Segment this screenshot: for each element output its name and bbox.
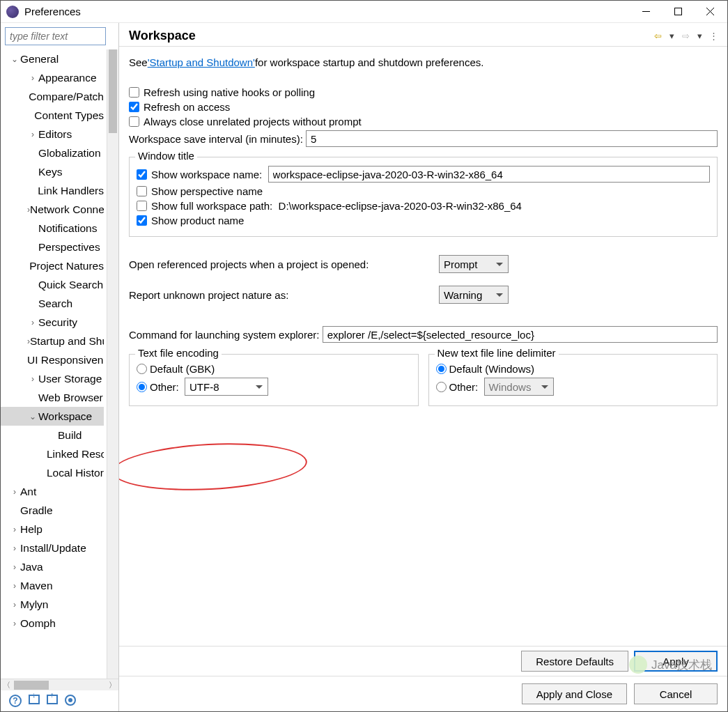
open-referenced-dropdown[interactable]: Prompt (439, 255, 509, 273)
show-full-path-checkbox[interactable] (137, 201, 147, 211)
show-perspective-checkbox[interactable] (137, 186, 147, 196)
oomph-icon[interactable] (65, 695, 76, 706)
refresh-access-label: Refresh on access (144, 101, 230, 113)
always-close-label: Always close unrelated projects without … (144, 116, 362, 127)
tree-item-label: Compare/Patch (29, 91, 104, 103)
ws-name-input[interactable] (268, 166, 710, 183)
filter-input[interactable] (5, 27, 106, 45)
tree-item[interactable]: ›Appearance (1, 68, 104, 87)
apply-close-button[interactable]: Apply and Close (522, 683, 627, 704)
tree-item[interactable]: ›Editors (1, 125, 104, 144)
tree-item[interactable]: Notifications (1, 219, 104, 238)
report-nature-dropdown[interactable]: Warning (439, 286, 509, 304)
expand-icon[interactable]: › (9, 487, 20, 497)
back-icon[interactable]: ⇦ (652, 31, 663, 42)
import-icon[interactable] (29, 695, 40, 704)
expand-icon[interactable]: › (27, 130, 38, 139)
expand-icon[interactable]: › (27, 374, 38, 384)
refresh-native-label: Refresh using native hooks or polling (144, 86, 315, 98)
tree-item[interactable]: ›User Storage (1, 369, 104, 388)
startup-shutdown-link[interactable]: 'Startup and Shutdown' (148, 56, 255, 68)
show-product-checkbox[interactable] (137, 215, 147, 226)
tree-item[interactable]: Content Types (1, 106, 104, 125)
tree-item-label: Notifications (38, 222, 97, 235)
expand-icon[interactable]: › (27, 73, 38, 83)
collapse-icon[interactable]: ⌄ (27, 412, 38, 421)
show-ws-name-checkbox[interactable] (137, 169, 147, 180)
tree-item[interactable]: ›Oomph (1, 614, 104, 633)
expand-icon[interactable]: › (9, 619, 20, 628)
tree-item[interactable]: Local History (1, 463, 104, 482)
refresh-access-checkbox[interactable] (129, 102, 139, 112)
save-interval-label: Workspace save interval (in minutes): (129, 133, 303, 145)
tree-item[interactable]: Linked Resources (1, 444, 104, 463)
tree-item[interactable]: Perspectives (1, 238, 104, 256)
tree-item[interactable]: ›Ant (1, 482, 104, 501)
preferences-tree[interactable]: ⌄General›AppearanceCompare/PatchContent … (1, 49, 104, 679)
collapse-icon[interactable]: ⌄ (9, 54, 20, 64)
back-menu-icon[interactable]: ▾ (666, 31, 677, 42)
tree-item[interactable]: Keys (1, 162, 104, 181)
cancel-button[interactable]: Cancel (634, 683, 718, 704)
save-interval-input[interactable] (306, 130, 718, 147)
close-button[interactable] (694, 1, 726, 22)
expand-icon[interactable]: › (27, 318, 38, 327)
tree-item[interactable]: Link Handlers (1, 181, 104, 200)
tree-item[interactable]: Build (1, 426, 104, 444)
explorer-input[interactable] (323, 326, 718, 343)
refresh-native-checkbox[interactable] (129, 87, 139, 98)
tree-item[interactable]: ⌄Workspace (1, 407, 104, 426)
maximize-button[interactable] (662, 1, 694, 22)
encoding-default-radio[interactable] (137, 364, 147, 374)
menu-icon[interactable]: ⋮ (708, 31, 719, 42)
delimiter-other-radio[interactable] (436, 382, 447, 392)
tree-item[interactable]: Globalization (1, 144, 104, 162)
tree-item[interactable]: ›Mylyn (1, 595, 104, 614)
encoding-other-radio[interactable] (137, 382, 147, 392)
delimiter-group: New text file line delimiter Default (Wi… (428, 354, 718, 406)
tree-item[interactable]: Quick Search (1, 275, 104, 294)
tree-item-label: Globalization (38, 147, 101, 160)
tree-item[interactable]: Search (1, 294, 104, 313)
tree-item-label: Maven (20, 580, 53, 592)
show-product-label: Show product name (151, 215, 244, 226)
tree-item[interactable]: ⌄General (1, 49, 104, 68)
tree-item[interactable]: Project Natures (1, 256, 104, 275)
horizontal-scrollbar[interactable]: 〈〉 (1, 679, 118, 690)
tree-item[interactable]: UI Responsiveness (1, 350, 104, 369)
tree-item-label: Keys (38, 166, 62, 178)
tree-item[interactable]: ›Maven (1, 576, 104, 595)
always-close-checkbox[interactable] (129, 116, 139, 127)
tree-item[interactable]: ›Startup and Shutdown (1, 332, 104, 350)
delimiter-other-label: Other: (449, 381, 479, 393)
forward-menu-icon[interactable]: ▾ (694, 31, 705, 42)
tree-item[interactable]: ›Security (1, 313, 104, 332)
annotation-ellipse (119, 439, 309, 495)
tree-item-label: Local History (47, 467, 104, 479)
expand-icon[interactable]: › (9, 600, 20, 610)
encoding-other-dropdown[interactable]: UTF-8 (185, 378, 268, 396)
encoding-other-label: Other: (150, 381, 179, 393)
minimize-button[interactable] (630, 1, 662, 22)
svg-rect-1 (674, 8, 681, 15)
help-icon[interactable]: ? (9, 695, 22, 707)
restore-defaults-button[interactable]: Restore Defaults (521, 651, 628, 672)
delimiter-default-radio[interactable] (436, 364, 447, 374)
tree-item[interactable]: ›Java (1, 557, 104, 576)
tree-item[interactable]: ›Help (1, 520, 104, 539)
tree-item-label: Oomph (20, 617, 56, 630)
tree-item[interactable]: Gradle (1, 501, 104, 520)
export-icon[interactable] (47, 695, 58, 704)
expand-icon[interactable]: › (9, 581, 20, 591)
tree-item-label: Appearance (38, 72, 97, 84)
expand-icon[interactable]: › (9, 562, 20, 572)
explorer-label: Command for launching system explorer: (129, 329, 319, 341)
expand-icon[interactable]: › (9, 525, 20, 534)
tree-item[interactable]: ›Install/Update (1, 539, 104, 557)
tree-item[interactable]: Web Browser (1, 388, 104, 407)
tree-item[interactable]: ›Network Connections (1, 200, 104, 219)
vertical-scrollbar[interactable] (107, 49, 118, 679)
encoding-default-label: Default (GBK) (150, 363, 215, 375)
tree-item[interactable]: Compare/Patch (1, 87, 104, 106)
expand-icon[interactable]: › (9, 543, 20, 553)
